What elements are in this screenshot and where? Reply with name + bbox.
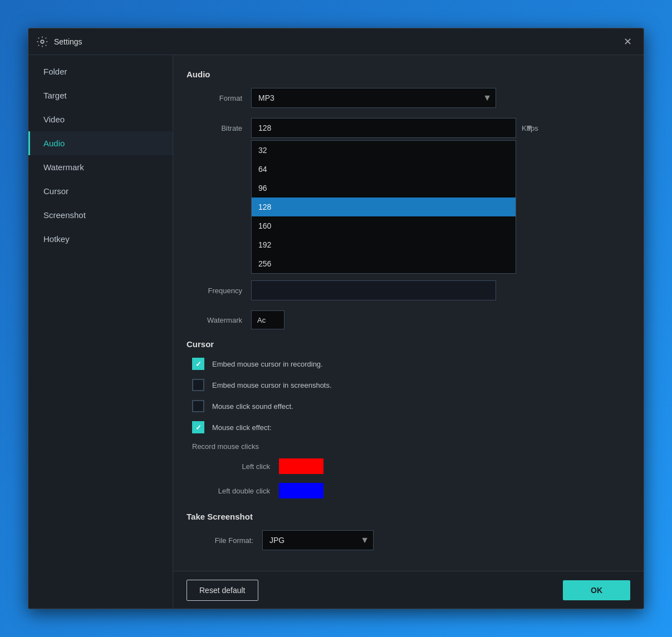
left-click-color-swatch[interactable] (279, 458, 323, 474)
embed-recording-row: ✓ Embed mouse cursor in recording. (192, 358, 624, 370)
embed-screenshots-row: Embed mouse cursor in screenshots. (192, 379, 624, 391)
format-select-wrapper: MP3 ▼ (251, 88, 496, 108)
sidebar: Folder Target Video Audio Watermark Curs… (28, 55, 173, 609)
format-label: Format (187, 94, 242, 102)
bitrate-options-list: 32 64 96 128 160 192 256 (251, 140, 516, 274)
footer: Reset default OK (173, 571, 644, 609)
embed-screenshots-checkbox[interactable] (192, 379, 204, 391)
frequency-select-wrapper (251, 280, 496, 300)
sidebar-item-screenshot[interactable]: Screenshot (28, 203, 173, 227)
watermark-label: Watermark (187, 316, 242, 324)
titlebar: Settings ✕ (28, 28, 644, 55)
record-clicks-title: Record mouse clicks (192, 442, 624, 451)
bitrate-option-32[interactable]: 32 (252, 141, 516, 160)
screenshot-section-title: Take Screenshot (187, 512, 624, 521)
audio-section-title: Audio (187, 70, 624, 79)
click-sound-row: Mouse click sound effect. (192, 400, 624, 412)
bitrate-option-128[interactable]: 128 (252, 197, 516, 216)
click-sound-label: Mouse click sound effect. (212, 402, 293, 411)
frequency-row: Frequency (187, 280, 624, 300)
embed-recording-label: Embed mouse cursor in recording. (212, 360, 323, 368)
watermark-row: Watermark (187, 310, 624, 329)
sidebar-item-hotkey[interactable]: Hotkey (28, 227, 173, 251)
freq-sel (251, 280, 496, 300)
main-content: Audio Format MP3 ▼ Bitrate (173, 55, 644, 609)
click-effect-checkbox[interactable]: ✓ (192, 421, 204, 433)
format-display[interactable]: MP3 (251, 88, 496, 108)
left-click-label: Left click (192, 462, 270, 471)
content-area: Folder Target Video Audio Watermark Curs… (28, 55, 644, 609)
bitrate-unit: Kbps (522, 124, 538, 132)
bitrate-option-256[interactable]: 256 (252, 254, 516, 273)
left-double-click-row: Left double click (192, 483, 624, 498)
sidebar-item-target[interactable]: Target (28, 83, 173, 107)
sidebar-item-video[interactable]: Video (28, 107, 173, 131)
reset-default-button[interactable]: Reset default (187, 580, 258, 601)
file-format-row: File Format: JPG ▼ (187, 530, 624, 550)
embed-screenshots-label: Embed mouse cursor in screenshots. (212, 381, 332, 389)
file-format-select-wrapper: JPG ▼ (262, 530, 374, 550)
file-format-display[interactable]: JPG (262, 530, 374, 550)
sidebar-item-folder[interactable]: Folder (28, 60, 173, 83)
frequency-display[interactable] (251, 280, 496, 300)
left-click-row: Left click (192, 458, 624, 474)
click-effect-row: ✓ Mouse click effect: (192, 421, 624, 433)
bitrate-option-64[interactable]: 64 (252, 160, 516, 179)
screenshot-section: Take Screenshot File Format: JPG ▼ (187, 512, 624, 550)
main-scroll-area: Audio Format MP3 ▼ Bitrate (173, 55, 644, 571)
window-title: Settings (54, 37, 619, 46)
click-effect-label: Mouse click effect: (212, 423, 272, 432)
svg-point-0 (41, 40, 44, 43)
bitrate-dropdown: 32 64 96 128 160 192 256 (251, 140, 624, 274)
bitrate-option-160[interactable]: 160 (252, 216, 516, 235)
format-row: Format MP3 ▼ (187, 88, 624, 108)
sidebar-item-audio[interactable]: Audio (28, 131, 173, 155)
sidebar-item-watermark[interactable]: Watermark (28, 155, 173, 179)
settings-icon (36, 36, 48, 48)
embed-recording-checkbox[interactable]: ✓ (192, 358, 204, 370)
left-double-click-color-swatch[interactable] (279, 483, 323, 498)
frequency-label: Frequency (187, 287, 242, 295)
sidebar-item-cursor[interactable]: Cursor (28, 179, 173, 203)
watermark-input[interactable] (251, 310, 285, 329)
bitrate-option-192[interactable]: 192 (252, 235, 516, 254)
file-format-label: File Format: (187, 536, 253, 545)
click-sound-checkbox[interactable] (192, 400, 204, 412)
bitrate-row: Bitrate 128 ▼ Kbps (187, 118, 624, 138)
bitrate-display[interactable]: 128 (251, 118, 516, 138)
left-double-click-label: Left double click (192, 487, 270, 495)
cursor-section-title: Cursor (187, 339, 624, 349)
bitrate-option-96[interactable]: 96 (252, 179, 516, 197)
bitrate-label: Bitrate (187, 124, 242, 132)
close-button[interactable]: ✕ (619, 33, 636, 50)
settings-window: Settings ✕ Folder Target Video Audio Wat… (28, 28, 644, 609)
ok-button[interactable]: OK (563, 580, 630, 600)
